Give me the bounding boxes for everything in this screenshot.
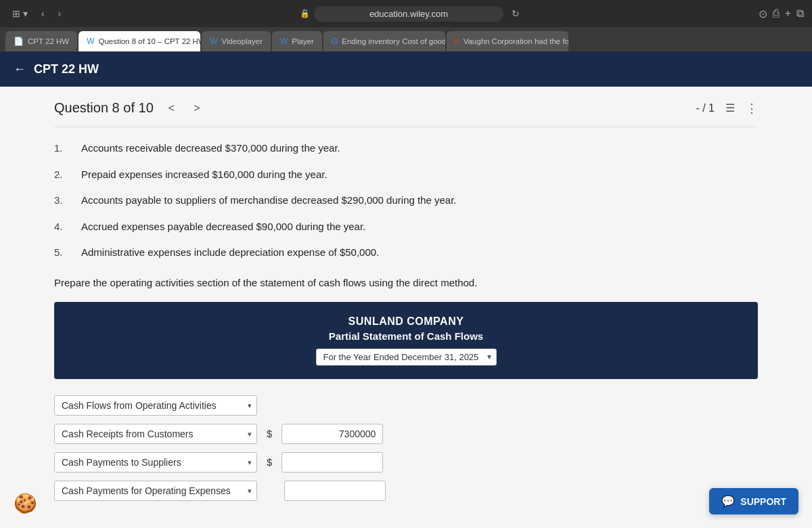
address-input[interactable] bbox=[314, 6, 503, 22]
dropdown-wrapper-1: Cash Flows from Operating Activities bbox=[54, 395, 257, 416]
browser-actions: ⊙ ⎙ + ⧉ bbox=[759, 7, 804, 20]
list-text-5: Administrative expenses include deprecia… bbox=[81, 245, 379, 261]
app-title: CPT 22 HW bbox=[34, 62, 99, 76]
list-text-4: Accrued expenses payable decreased $90,0… bbox=[81, 219, 365, 235]
back-btn[interactable]: ‹ bbox=[37, 7, 49, 20]
fullscreen-btn[interactable]: ⧉ bbox=[796, 7, 804, 20]
new-tab-btn[interactable]: + bbox=[785, 7, 791, 20]
next-question-btn[interactable]: > bbox=[189, 101, 204, 116]
list-item: 5. Administrative expenses include depre… bbox=[54, 245, 758, 261]
dropdown-cash-receipts[interactable]: Cash Receipts from Customers bbox=[54, 424, 257, 444]
dollar-sign-3: $ bbox=[267, 456, 272, 468]
dropdown-wrapper-3: Cash Payments to Suppliers bbox=[54, 452, 257, 472]
lock-icon: 🔒 bbox=[300, 9, 310, 18]
tab-ending-inventory-label: Ending inventory Cost of goods... bbox=[342, 37, 445, 45]
question-title: Question 8 of 10 bbox=[54, 100, 154, 116]
tab-videoplayer-label: Videoplayer bbox=[221, 37, 263, 45]
numbered-list: 1. Accounts receivable decreased $370,00… bbox=[54, 141, 758, 261]
tab-switcher-btn[interactable]: ⊞ ▾ bbox=[8, 7, 32, 20]
score-display: - / 1 bbox=[696, 102, 715, 114]
period-select[interactable]: For the Year Ended December 31, 2025 bbox=[316, 349, 497, 366]
tab-videoplayer-icon: W bbox=[210, 37, 217, 46]
list-text-3: Accounts payable to suppliers of merchan… bbox=[81, 193, 457, 208]
forward-btn[interactable]: › bbox=[54, 7, 66, 20]
main-content: Question 8 of 10 < > - / 1 ☰ ⋮ 1. Accoun… bbox=[0, 87, 812, 528]
list-num-5: 5. bbox=[54, 245, 70, 261]
cash-flow-form: Cash Flows from Operating Activities Cas… bbox=[54, 395, 758, 501]
share-btn[interactable]: ⎙ bbox=[773, 7, 780, 20]
dropdown-cash-payments-expenses[interactable]: Cash Payments for Operating Expenses bbox=[54, 481, 257, 501]
tab-player[interactable]: W Player bbox=[272, 31, 322, 51]
download-btn[interactable]: ⊙ bbox=[759, 7, 767, 20]
statement-period-row: For the Year Ended December 31, 2025 bbox=[68, 349, 744, 366]
question-meta: - / 1 ☰ ⋮ bbox=[696, 101, 758, 116]
tab-ending-inventory-icon: G bbox=[332, 37, 338, 46]
tab-vaughn-icon: b bbox=[455, 37, 459, 46]
dropdown-operating-activities[interactable]: Cash Flows from Operating Activities bbox=[54, 395, 257, 416]
tab-vaughn-label: Vaughn Corporation had the foll... bbox=[464, 37, 568, 45]
amount-input-3[interactable] bbox=[281, 452, 383, 472]
list-item: 3. Accounts payable to suppliers of merc… bbox=[54, 193, 758, 208]
browser-controls: ⊞ ▾ ‹ › bbox=[8, 7, 65, 20]
dropdown-wrapper-4: Cash Payments for Operating Expenses bbox=[54, 481, 257, 501]
list-text-2: Prepaid expenses increased $160,000 duri… bbox=[81, 167, 328, 183]
question-header: Question 8 of 10 < > - / 1 ☰ ⋮ bbox=[54, 87, 758, 127]
statement-company: SUNLAND COMPANY bbox=[68, 315, 744, 328]
list-num-2: 2. bbox=[54, 167, 70, 183]
tab-player-label: Player bbox=[292, 37, 314, 45]
amount-input-4[interactable] bbox=[284, 481, 386, 501]
tab-videoplayer[interactable]: W Videoplayer bbox=[202, 31, 271, 51]
reload-btn[interactable]: ↻ bbox=[508, 7, 524, 20]
list-item: 2. Prepaid expenses increased $160,000 d… bbox=[54, 167, 758, 183]
question-title-area: Question 8 of 10 < > bbox=[54, 100, 204, 116]
form-row-2: Cash Receipts from Customers $ bbox=[54, 424, 758, 444]
tab-cpt22hw[interactable]: 📄 CPT 22 HW bbox=[5, 31, 77, 51]
list-item: 4. Accrued expenses payable decreased $9… bbox=[54, 219, 758, 235]
form-row-4: Cash Payments for Operating Expenses bbox=[54, 481, 758, 501]
statement-box: SUNLAND COMPANY Partial Statement of Cas… bbox=[54, 302, 758, 379]
list-item: 1. Accounts receivable decreased $370,00… bbox=[54, 141, 758, 156]
statement-subtitle: Partial Statement of Cash Flows bbox=[68, 330, 744, 342]
list-num-1: 1. bbox=[54, 141, 70, 156]
dropdown-wrapper-2: Cash Receipts from Customers bbox=[54, 424, 257, 444]
tab-cpt22hw-icon: 📄 bbox=[14, 37, 24, 46]
tab-question8[interactable]: W Question 8 of 10 – CPT 22 HW bbox=[78, 31, 200, 51]
tab-vaughn[interactable]: b Vaughn Corporation had the foll... bbox=[447, 31, 568, 51]
support-label: SUPPORT bbox=[740, 496, 786, 507]
instruction-text: Prepare the operating activities section… bbox=[54, 277, 758, 288]
list-view-icon[interactable]: ☰ bbox=[725, 102, 735, 114]
tab-cpt22hw-label: CPT 22 HW bbox=[28, 37, 69, 45]
tab-bar: 📄 CPT 22 HW W Question 8 of 10 – CPT 22 … bbox=[0, 27, 812, 51]
form-row-1: Cash Flows from Operating Activities bbox=[54, 395, 758, 416]
tab-player-icon: W bbox=[280, 37, 288, 46]
more-options-icon[interactable]: ⋮ bbox=[746, 101, 758, 116]
tab-question8-icon: W bbox=[87, 37, 94, 46]
tab-ending-inventory[interactable]: G Ending inventory Cost of goods... bbox=[323, 31, 445, 51]
list-num-3: 3. bbox=[54, 193, 70, 208]
back-arrow-btn[interactable]: ← bbox=[14, 62, 26, 76]
support-button[interactable]: 💬 SUPPORT bbox=[709, 488, 798, 514]
form-row-3: Cash Payments to Suppliers $ bbox=[54, 452, 758, 472]
period-select-wrapper: For the Year Ended December 31, 2025 bbox=[316, 349, 497, 366]
list-num-4: 4. bbox=[54, 219, 70, 235]
browser-bar: ⊞ ▾ ‹ › 🔒 ↻ ⊙ ⎙ + ⧉ bbox=[0, 0, 812, 27]
list-text-1: Accounts receivable decreased $370,000 d… bbox=[81, 141, 340, 156]
dollar-sign-2: $ bbox=[267, 428, 272, 439]
tab-question8-label: Question 8 of 10 – CPT 22 HW bbox=[98, 37, 200, 45]
dropdown-cash-payments-suppliers[interactable]: Cash Payments to Suppliers bbox=[54, 452, 257, 472]
address-bar: 🔒 ↻ bbox=[73, 6, 750, 22]
cookie-icon[interactable]: 🍪 bbox=[14, 492, 37, 514]
prev-question-btn[interactable]: < bbox=[164, 101, 179, 116]
support-icon: 💬 bbox=[721, 495, 735, 508]
app-header: ← CPT 22 HW bbox=[0, 51, 812, 87]
amount-input-2[interactable] bbox=[281, 424, 383, 444]
